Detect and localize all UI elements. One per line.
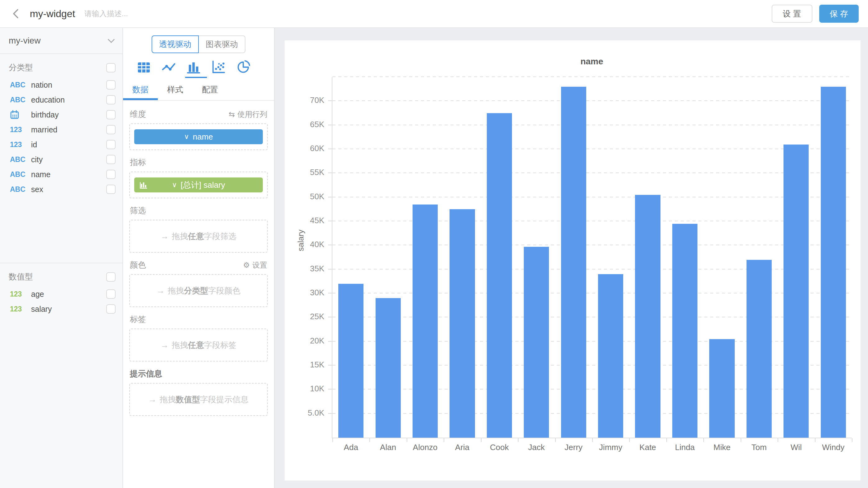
bar-slot <box>555 77 592 438</box>
label-title: 标签 <box>130 314 146 325</box>
x-axis-label: Kate <box>629 443 666 452</box>
field-checkbox[interactable] <box>106 304 116 314</box>
y-axis-tick <box>328 269 332 270</box>
mode-tab-chart[interactable]: 图表驱动 <box>198 35 245 53</box>
field-checkbox[interactable] <box>106 170 116 179</box>
view-selector[interactable]: my-view <box>0 28 122 54</box>
group-checkbox[interactable] <box>106 63 116 72</box>
bar-Cook[interactable] <box>487 113 512 438</box>
arrow-right-icon: → <box>161 232 169 241</box>
tab-config[interactable]: 配置 <box>193 80 227 100</box>
field-row-city[interactable]: ABC city <box>0 152 122 167</box>
dimension-dropzone[interactable]: ∨ name <box>129 123 268 150</box>
field-label: birthday <box>31 110 106 119</box>
bar-Jimmy[interactable] <box>598 274 623 438</box>
123-icon: 123 <box>10 305 22 313</box>
bar-Windy[interactable] <box>821 87 846 438</box>
y-axis-tick-label: 70K <box>278 95 324 105</box>
field-label: nation <box>31 81 106 90</box>
field-row-married[interactable]: 123 married <box>0 122 122 137</box>
metric-chip[interactable]: ∨ [总计] salary <box>134 178 263 192</box>
field-row-name[interactable]: ABC name <box>0 167 122 182</box>
bar-chart-icon[interactable] <box>186 60 201 74</box>
y-axis-tick-label: 35K <box>278 264 324 274</box>
bar-Aria[interactable] <box>450 209 475 438</box>
abc-icon: ABC <box>10 170 26 179</box>
group-label: 数值型 <box>9 271 33 282</box>
y-axis-tick-label: 45K <box>278 216 324 225</box>
field-checkbox[interactable] <box>106 289 116 299</box>
mode-switch: 透视驱动 图表驱动 <box>123 35 274 53</box>
bar-Jack[interactable] <box>524 247 549 438</box>
field-row-id[interactable]: 123 id <box>0 137 122 152</box>
field-label: salary <box>31 305 106 314</box>
field-checkbox[interactable] <box>106 185 116 194</box>
bar-slot <box>778 77 814 438</box>
bar-Ada[interactable] <box>338 284 364 438</box>
tab-data[interactable]: 数据 <box>123 80 158 100</box>
use-rows-cols-link[interactable]: ⇆ 使用行列 <box>229 110 267 119</box>
x-axis-label: Jack <box>518 443 555 452</box>
bar-Jerry[interactable] <box>561 87 586 438</box>
field-checkbox[interactable] <box>106 125 116 134</box>
color-settings-link[interactable]: ⚙ 设置 <box>243 260 267 270</box>
field-row-salary[interactable]: 123 salary <box>0 302 122 316</box>
scatter-icon[interactable] <box>211 60 225 74</box>
field-row-age[interactable]: 123 age <box>0 286 122 302</box>
y-axis-tick <box>328 197 332 197</box>
bar-slot <box>481 77 518 438</box>
field-checkbox[interactable] <box>106 80 116 90</box>
metric-title: 指标 <box>130 157 146 168</box>
header: my-widget 设 置 保 存 <box>0 0 868 28</box>
line-chart-icon[interactable] <box>161 60 176 74</box>
color-dropzone[interactable]: →拖拽分类型字段颜色 <box>129 274 268 307</box>
x-axis-label: Aria <box>444 443 480 452</box>
field-checkbox[interactable] <box>106 95 116 104</box>
arrow-right-icon: → <box>149 395 157 404</box>
y-axis-tick-label: 65K <box>278 120 324 129</box>
metric-chip-label: [总计] salary <box>181 180 225 190</box>
table-icon[interactable] <box>137 60 151 74</box>
y-axis-tick-label: 40K <box>278 240 324 249</box>
label-dropzone[interactable]: →拖拽任意字段标签 <box>129 329 268 362</box>
y-axis-tick-label: 25K <box>278 312 324 322</box>
y-axis-tick <box>328 389 332 390</box>
bar-slot <box>703 77 740 438</box>
bar-Kate[interactable] <box>635 195 660 438</box>
field-sidebar: my-view 分类型 ABC nation ABC education bi <box>0 28 123 488</box>
pie-icon[interactable] <box>236 60 250 74</box>
settings-button[interactable]: 设 置 <box>772 5 812 23</box>
field-row-sex[interactable]: ABC sex <box>0 182 122 197</box>
mode-tab-pivot[interactable]: 透视驱动 <box>152 35 199 53</box>
field-row-education[interactable]: ABC education <box>0 92 122 107</box>
description-input[interactable] <box>85 9 215 18</box>
abc-icon: ABC <box>10 96 26 104</box>
field-row-nation[interactable]: ABC nation <box>0 78 122 92</box>
group-checkbox[interactable] <box>106 272 116 282</box>
field-checkbox[interactable] <box>106 140 116 149</box>
metric-dropzone[interactable]: ∨ [总计] salary <box>129 172 268 198</box>
bar-Alonzo[interactable] <box>412 205 438 438</box>
bar-Wil[interactable] <box>783 145 809 438</box>
field-label: city <box>31 155 106 164</box>
y-axis-tick <box>328 221 332 221</box>
dimension-chip[interactable]: ∨ name <box>134 129 263 144</box>
tab-style[interactable]: 样式 <box>158 80 193 100</box>
field-label: age <box>31 290 106 299</box>
back-button[interactable] <box>9 7 23 21</box>
bar-Linda[interactable] <box>672 224 698 438</box>
field-checkbox[interactable] <box>106 110 116 119</box>
bar-Alan[interactable] <box>376 298 401 438</box>
field-row-birthday[interactable]: birthday <box>0 107 122 122</box>
save-button[interactable]: 保 存 <box>819 5 859 23</box>
bar-Tom[interactable] <box>747 260 772 438</box>
x-axis-label: Jimmy <box>592 443 629 452</box>
bars <box>333 77 852 438</box>
filter-dropzone[interactable]: →拖拽任意字段筛选 <box>129 220 268 253</box>
y-axis-tick <box>328 293 332 294</box>
field-checkbox[interactable] <box>106 155 116 164</box>
arrow-right-icon: → <box>157 286 165 295</box>
tooltip-dropzone[interactable]: →拖拽数值型字段提示信息 <box>129 383 268 416</box>
color-title: 颜色 <box>130 260 146 270</box>
bar-Mike[interactable] <box>709 339 735 438</box>
